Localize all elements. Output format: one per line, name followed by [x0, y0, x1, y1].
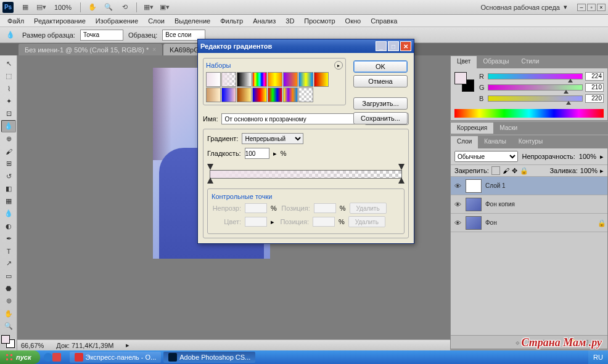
- tab-paths[interactable]: Контуры: [512, 136, 549, 148]
- menu-3d[interactable]: 3D: [281, 16, 299, 26]
- b-slider[interactable]: [488, 95, 583, 102]
- arrange-icon[interactable]: ▦▾: [142, 2, 155, 13]
- tab-color[interactable]: Цвет: [451, 56, 477, 68]
- 3d-camera-tool[interactable]: ⊚: [1, 295, 16, 307]
- path-tool[interactable]: ↗: [1, 257, 16, 269]
- tab-styles[interactable]: Стили: [515, 56, 545, 68]
- gradient-preset[interactable]: [252, 72, 267, 87]
- gradient-tool[interactable]: ▦: [1, 195, 16, 207]
- lock-all-icon[interactable]: 🔒: [520, 167, 528, 175]
- lock-transparency-icon[interactable]: [491, 166, 500, 175]
- system-tray[interactable]: RU: [588, 350, 608, 364]
- type-tool[interactable]: T: [1, 245, 16, 257]
- spectrum-bar[interactable]: [454, 109, 604, 118]
- layer-row[interactable]: 👁 Фон 🔒: [451, 214, 607, 232]
- menu-file[interactable]: Файл: [2, 16, 29, 26]
- taskbar-item[interactable]: Adobe Photoshop CS...: [163, 352, 255, 363]
- document-tab[interactable]: Без имени-1 @ 50% (Слой 15, RGB/8) *×: [18, 44, 162, 55]
- taskbar-item[interactable]: Экспресс-панель - O...: [70, 352, 162, 363]
- marquee-tool[interactable]: ⬚: [1, 70, 16, 82]
- sample-size-select[interactable]: [80, 30, 123, 41]
- gradient-preset[interactable]: [221, 72, 236, 87]
- g-slider[interactable]: [488, 84, 583, 91]
- visibility-icon[interactable]: 👁: [453, 200, 462, 209]
- 3d-tool[interactable]: ⬣: [1, 283, 16, 294]
- hand-icon[interactable]: ✋: [86, 2, 99, 13]
- bridge-icon[interactable]: ▦: [18, 2, 32, 13]
- eyedropper-tool[interactable]: 💧: [1, 120, 16, 132]
- rotate-icon[interactable]: ⟲: [118, 2, 131, 13]
- gradient-preset[interactable]: [221, 87, 236, 102]
- start-button[interactable]: пуск: [0, 350, 40, 364]
- zoom-icon[interactable]: 🔍: [102, 2, 115, 13]
- gradient-type-select[interactable]: Непрерывный: [242, 133, 303, 144]
- close-button[interactable]: ×: [597, 4, 606, 11]
- layer-thumbnail[interactable]: [466, 216, 482, 230]
- opacity-stop[interactable]: [398, 164, 405, 170]
- r-slider[interactable]: [488, 73, 583, 79]
- ok-button[interactable]: OK: [353, 60, 408, 73]
- load-button[interactable]: Загрузить...: [353, 97, 408, 110]
- close-button[interactable]: ✕: [400, 41, 411, 51]
- viewmode-icon[interactable]: ▤▾: [35, 2, 48, 13]
- workspace-switcher[interactable]: Основная рабочая среда▾: [475, 3, 572, 11]
- wand-tool[interactable]: ✦: [1, 95, 16, 107]
- menu-view[interactable]: Просмотр: [299, 16, 340, 26]
- opacity-value[interactable]: 100%: [579, 153, 596, 160]
- yandex-icon[interactable]: [52, 353, 61, 362]
- layer-row[interactable]: 👁 Слой 1: [451, 177, 607, 195]
- blur-tool[interactable]: 💧: [1, 208, 16, 219]
- dialog-titlebar[interactable]: Редактор градиентов _ □ ✕: [198, 39, 414, 53]
- menu-filter[interactable]: Фильтр: [215, 16, 248, 26]
- move-tool[interactable]: ↖: [1, 58, 16, 70]
- menu-window[interactable]: Окно: [340, 16, 366, 26]
- fill-value[interactable]: 100%: [580, 167, 598, 174]
- g-value[interactable]: 210: [585, 83, 604, 92]
- gradient-bar[interactable]: [207, 165, 405, 182]
- layer-thumbnail[interactable]: [466, 198, 482, 211]
- ie-icon[interactable]: [44, 353, 52, 362]
- color-swatch[interactable]: [454, 72, 474, 92]
- gradient-preset[interactable]: [206, 87, 221, 102]
- smoothness-input[interactable]: [245, 148, 269, 159]
- menu-layer[interactable]: Слои: [143, 16, 170, 26]
- shape-tool[interactable]: ▭: [1, 270, 16, 282]
- lasso-tool[interactable]: ⌇: [1, 83, 16, 95]
- maximize-button[interactable]: □: [388, 41, 399, 51]
- gradient-preset[interactable]: [252, 87, 267, 102]
- crop-tool[interactable]: ⊡: [1, 108, 16, 119]
- cancel-button[interactable]: Отмена: [353, 75, 408, 87]
- gradient-preset[interactable]: [283, 72, 298, 87]
- gradient-preset[interactable]: [314, 72, 329, 87]
- lock-position-icon[interactable]: ✥: [512, 167, 517, 175]
- minimize-button[interactable]: _: [376, 41, 387, 51]
- menu-select[interactable]: Выделение: [170, 16, 215, 26]
- save-button[interactable]: Сохранить...: [353, 112, 408, 124]
- tab-swatches[interactable]: Образцы: [477, 56, 515, 68]
- minimize-button[interactable]: –: [577, 4, 586, 11]
- gradient-preset[interactable]: [268, 72, 282, 87]
- menu-image[interactable]: Изображение: [91, 16, 143, 26]
- gradient-preset[interactable]: [298, 87, 313, 102]
- gradient-preset[interactable]: [268, 87, 282, 102]
- presets-menu-icon[interactable]: ▸: [334, 61, 343, 70]
- zoom-tool[interactable]: 🔍: [1, 320, 16, 332]
- status-zoom[interactable]: 66,67%: [21, 342, 44, 349]
- lock-pixels-icon[interactable]: 🖌: [503, 167, 509, 174]
- visibility-icon[interactable]: 👁: [453, 182, 462, 190]
- visibility-icon[interactable]: 👁: [453, 219, 462, 227]
- history-brush-tool[interactable]: ↺: [1, 170, 16, 182]
- maximize-button[interactable]: ▫: [587, 4, 596, 11]
- close-icon[interactable]: ×: [152, 46, 156, 53]
- stamp-tool[interactable]: ⊞: [1, 158, 16, 169]
- gradient-preset[interactable]: [237, 87, 252, 102]
- gradient-name-input[interactable]: [221, 113, 361, 124]
- color-swatch[interactable]: [1, 335, 15, 348]
- layer-thumbnail[interactable]: [466, 179, 482, 193]
- eraser-tool[interactable]: ◧: [1, 183, 16, 195]
- tab-layers[interactable]: Слои: [451, 136, 478, 148]
- menu-analysis[interactable]: Анализ: [248, 16, 281, 26]
- dodge-tool[interactable]: ◐: [1, 220, 16, 232]
- pen-tool[interactable]: ✒: [1, 233, 16, 245]
- hand-tool[interactable]: ✋: [1, 307, 16, 319]
